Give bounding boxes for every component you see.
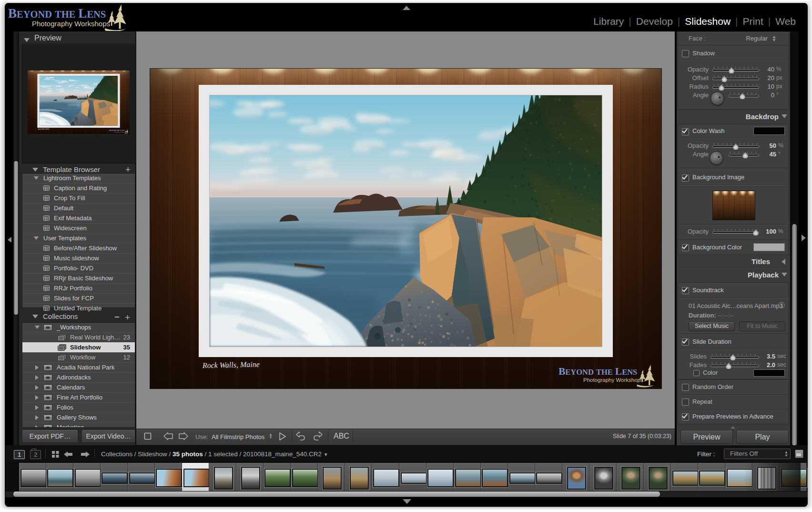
svg-text:Photography Workshops: Photography Workshops (32, 20, 110, 28)
svg-text:BEYONDTHELENS: BEYONDTHELENS (8, 6, 106, 20)
